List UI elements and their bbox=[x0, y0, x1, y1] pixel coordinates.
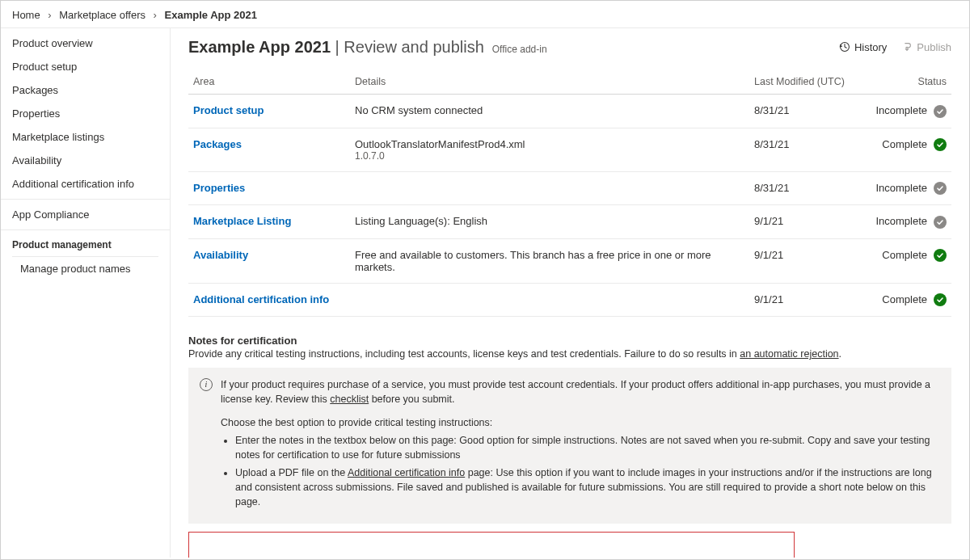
choose-option-label: Choose the best option to provide critic… bbox=[221, 415, 940, 430]
checklist-link[interactable]: checklist bbox=[330, 394, 369, 405]
sidebar-item-manage-product-names[interactable]: Manage product names bbox=[1, 257, 170, 280]
page-name: Review and publish bbox=[344, 38, 483, 56]
page-title: Example App 2021 | Review and publish bbox=[188, 38, 484, 57]
area-link[interactable]: Availability bbox=[193, 249, 248, 261]
history-label: History bbox=[854, 41, 887, 53]
status-cell: Complete bbox=[854, 238, 951, 283]
table-row: Properties8/31/21Incomplete bbox=[188, 171, 951, 205]
sidebar-item-additional-certification-info[interactable]: Additional certification info bbox=[1, 172, 170, 196]
check-circle-icon bbox=[934, 138, 947, 151]
col-status: Status bbox=[854, 69, 951, 95]
breadcrumb-home[interactable]: Home bbox=[12, 9, 40, 21]
publish-header-button: Publish bbox=[901, 41, 951, 53]
certification-notes-input[interactable] bbox=[188, 532, 795, 558]
incomplete-circle-icon bbox=[934, 216, 947, 229]
review-table: Area Details Last Modified (UTC) Status … bbox=[188, 69, 951, 317]
modified-cell: 8/31/21 bbox=[749, 171, 854, 205]
status-cell: Complete bbox=[854, 128, 951, 171]
info-main-text: If your product requires purchase of a s… bbox=[221, 377, 940, 406]
modified-cell: 9/1/21 bbox=[749, 205, 854, 239]
sidebar-item-packages[interactable]: Packages bbox=[1, 78, 170, 102]
divider bbox=[1, 199, 170, 200]
automatic-rejection-link[interactable]: an automatic rejection bbox=[740, 348, 838, 360]
modified-cell: 8/31/21 bbox=[749, 95, 854, 128]
sidebar: Product overview Product setup Packages … bbox=[1, 28, 171, 558]
col-modified: Last Modified (UTC) bbox=[749, 69, 854, 95]
history-icon bbox=[839, 41, 850, 53]
publish-icon bbox=[901, 41, 913, 53]
info-bullet-1: Enter the notes in the textbox below on … bbox=[235, 433, 940, 462]
sidebar-item-availability[interactable]: Availability bbox=[1, 149, 170, 172]
app-name: Example App 2021 bbox=[188, 38, 331, 56]
sidebar-item-marketplace-listings[interactable]: Marketplace listings bbox=[1, 125, 170, 149]
chevron-right-icon: › bbox=[48, 9, 51, 21]
sidebar-section-product-management: Product management bbox=[1, 234, 170, 256]
modified-cell: 9/1/21 bbox=[749, 238, 854, 283]
area-link[interactable]: Additional certification info bbox=[193, 293, 329, 305]
history-button[interactable]: History bbox=[839, 41, 887, 53]
status-cell: Incomplete bbox=[854, 171, 951, 205]
notes-title: Notes for certification bbox=[188, 335, 951, 347]
modified-cell: 9/1/21 bbox=[749, 283, 854, 317]
sidebar-item-app-compliance[interactable]: App Compliance bbox=[1, 203, 170, 226]
sidebar-item-properties[interactable]: Properties bbox=[1, 102, 170, 125]
divider bbox=[1, 229, 170, 230]
notes-description: Provide any critical testing instruction… bbox=[188, 348, 951, 360]
additional-cert-info-link[interactable]: Additional certification info bbox=[348, 467, 465, 478]
main-content: Example App 2021 | Review and publish Of… bbox=[171, 28, 969, 558]
table-row: Product setupNo CRM system connected8/31… bbox=[188, 95, 951, 128]
area-link[interactable]: Properties bbox=[193, 182, 245, 194]
publish-label: Publish bbox=[917, 41, 951, 53]
check-circle-icon bbox=[934, 249, 947, 262]
status-cell: Complete bbox=[854, 283, 951, 317]
info-icon: i bbox=[200, 378, 213, 391]
details-cell: No CRM system connected bbox=[350, 95, 749, 128]
details-cell: Free and available to customers. This br… bbox=[350, 238, 749, 283]
status-cell: Incomplete bbox=[854, 95, 951, 128]
breadcrumb-current: Example App 2021 bbox=[165, 9, 257, 21]
status-cell: Incomplete bbox=[854, 205, 951, 239]
breadcrumb-marketplace-offers[interactable]: Marketplace offers bbox=[59, 9, 146, 21]
modified-cell: 8/31/21 bbox=[749, 128, 854, 171]
details-cell: OutlookTranslatorManifestProd4.xml1.0.7.… bbox=[350, 128, 749, 171]
details-cell: Listing Language(s): English bbox=[350, 205, 749, 239]
col-details: Details bbox=[350, 69, 749, 95]
details-cell bbox=[350, 171, 749, 205]
area-link[interactable]: Product setup bbox=[193, 104, 264, 116]
area-link[interactable]: Marketplace Listing bbox=[193, 215, 291, 227]
table-row: AvailabilityFree and available to custom… bbox=[188, 238, 951, 283]
chevron-right-icon: › bbox=[154, 9, 157, 21]
info-box: i If your product requires purchase of a… bbox=[188, 368, 951, 524]
col-area: Area bbox=[188, 69, 350, 95]
table-row: PackagesOutlookTranslatorManifestProd4.x… bbox=[188, 128, 951, 171]
sidebar-item-product-setup[interactable]: Product setup bbox=[1, 55, 170, 78]
table-row: Additional certification info9/1/21Compl… bbox=[188, 283, 951, 317]
incomplete-circle-icon bbox=[934, 182, 947, 195]
table-row: Marketplace ListingListing Language(s): … bbox=[188, 205, 951, 239]
area-link[interactable]: Packages bbox=[193, 138, 242, 150]
details-cell bbox=[350, 283, 749, 317]
check-circle-icon bbox=[934, 293, 947, 306]
breadcrumb: Home › Marketplace offers › Example App … bbox=[1, 1, 969, 28]
sidebar-item-product-overview[interactable]: Product overview bbox=[1, 32, 170, 55]
incomplete-circle-icon bbox=[934, 105, 947, 118]
page-subtype: Office add-in bbox=[492, 44, 547, 55]
info-bullet-2: Upload a PDF file on the Additional cert… bbox=[235, 465, 940, 509]
